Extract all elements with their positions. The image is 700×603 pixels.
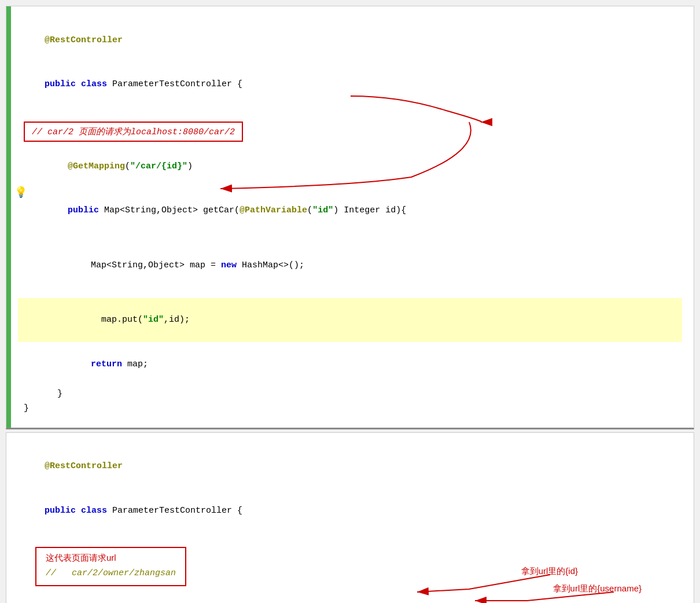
code-line-6: map.put("id",id);	[70, 298, 682, 343]
code-line-7: return map;	[70, 342, 682, 387]
code-line-5: Map<String,Object> map = new HashMap<>()…	[70, 243, 682, 288]
code-line-2: public class ParameterTestController {	[24, 62, 682, 107]
code-line-8: }	[47, 387, 682, 402]
annotation-keyword: @RestController	[45, 35, 123, 45]
top-code-panel: @RestController public class ParameterTe…	[6, 6, 694, 429]
box-comment: // car/2/owner/zhangsan	[46, 566, 176, 581]
bulb-icon: 💡	[14, 186, 27, 198]
code-line-9: }	[24, 401, 682, 416]
box-title: 这代表页面请求url	[46, 553, 176, 564]
bottom-code-panel: @RestController public class ParameterTe…	[6, 432, 694, 604]
left-bar	[6, 6, 11, 428]
annotation-id-label: 拿到url里的{id}	[521, 566, 578, 577]
annotation-username-label: 拿到url里的{username}	[553, 583, 642, 594]
bottom-line-1: @RestController	[24, 444, 682, 489]
comment-text-top: // car/2 页面的请求为localhost:8080/car/2	[32, 127, 235, 137]
bottom-line-2: public class ParameterTestController {	[24, 488, 682, 533]
comment-box-top: // car/2 页面的请求为localhost:8080/car/2	[24, 122, 243, 142]
code-line-3: @GetMapping("/car/{id}")	[47, 144, 682, 189]
code-line-4: public Map<String,Object> getCar(@PathVa…	[47, 189, 682, 233]
code-line-1: @RestController	[24, 18, 682, 62]
highlighted-line: map.put("id",id);	[18, 298, 682, 343]
public-keyword: public	[45, 79, 76, 89]
url-description-box: 这代表页面请求url // car/2/owner/zhangsan	[35, 547, 186, 587]
